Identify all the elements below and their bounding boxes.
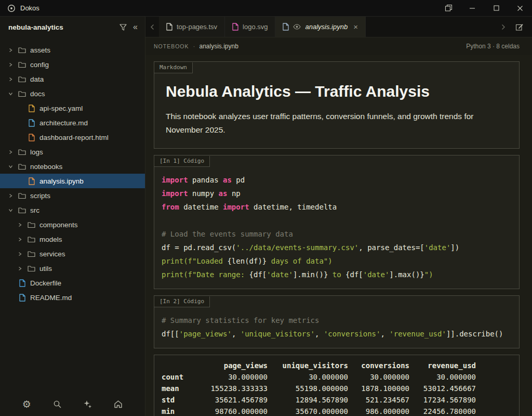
table-cell: min xyxy=(162,406,195,416)
close-tab-icon[interactable]: × xyxy=(353,23,358,31)
main-row: nebula-analytics « assetsconfigdatadocsa… xyxy=(0,17,532,416)
breadcrumb-separator: · xyxy=(193,43,195,50)
chevron-left-icon[interactable] xyxy=(145,17,159,37)
tree-item-label: docs xyxy=(30,90,45,98)
collapse-sidebar-icon[interactable]: « xyxy=(133,23,138,31)
table-header-cell: conversions xyxy=(348,360,409,371)
table-cell: 30.000000 xyxy=(409,371,476,383)
output-cell: page_viewsunique_visitorsconversionsreve… xyxy=(154,355,520,416)
table-cell: mean xyxy=(162,383,195,394)
table-cell: count xyxy=(162,371,195,383)
compose-icon[interactable] xyxy=(512,23,527,31)
tree-item-label: dashboard-report.html xyxy=(39,134,109,141)
panels-button[interactable] xyxy=(436,0,460,16)
tab-logo.svg[interactable]: logo.svg xyxy=(225,17,275,37)
tree-item-utils[interactable]: utils xyxy=(0,261,145,276)
tree-item-logs[interactable]: logs xyxy=(0,145,145,159)
tree-item-label: architecture.md xyxy=(39,119,88,127)
file-icon xyxy=(232,23,238,31)
tab-top-pages.tsv[interactable]: top-pages.tsv xyxy=(159,17,225,37)
cell-type-label: Markdown xyxy=(154,62,193,73)
code-editor[interactable]: # Summary statistics for key metricsdf[[… xyxy=(154,307,519,348)
chevron-right-icon[interactable] xyxy=(496,24,510,30)
tree-item-scripts[interactable]: scripts xyxy=(0,188,145,203)
tree-item-config[interactable]: config xyxy=(0,57,145,72)
table-cell: 30.000000 xyxy=(195,371,268,383)
file-icon xyxy=(283,23,289,31)
table-header-cell: page_views xyxy=(195,360,268,371)
folder-icon xyxy=(18,61,26,68)
table-row: count30.00000030.00000030.00000030.00000… xyxy=(162,371,476,383)
tree-item-README.md[interactable]: README.md xyxy=(0,290,145,305)
file-icon xyxy=(27,177,36,185)
table-cell: 155238.333333 xyxy=(195,383,268,394)
tree-item-label: notebooks xyxy=(30,163,62,171)
titlebar-left: Dokos xyxy=(0,4,39,12)
tree-item-src[interactable]: src xyxy=(0,203,145,217)
table-cell: 55198.000000 xyxy=(268,383,348,394)
markdown-cell[interactable]: MarkdownNebula Analytics — Traffic Analy… xyxy=(154,61,520,149)
tree-item-dashboard-report.html[interactable]: dashboard-report.html xyxy=(0,130,145,145)
app-logo-icon xyxy=(7,4,16,12)
close-button[interactable] xyxy=(508,0,532,16)
app-window: Dokos nebula-analytics « assetsconfigdat… xyxy=(0,0,532,416)
tab-label: logo.svg xyxy=(243,23,268,31)
folder-icon xyxy=(27,236,36,243)
tree-item-Dockerfile[interactable]: Dockerfile xyxy=(0,276,145,290)
filter-icon[interactable] xyxy=(119,24,127,31)
table-cell: 30.000000 xyxy=(348,371,409,383)
titlebar: Dokos xyxy=(0,0,532,17)
tabbar-spacer xyxy=(366,17,496,37)
tree-item-data[interactable]: data xyxy=(0,72,145,86)
sparkles-icon[interactable] xyxy=(79,395,97,413)
breadcrumb-file[interactable]: analysis.ipynb xyxy=(200,43,238,50)
file-tree: assetsconfigdatadocsapi-spec.yamlarchite… xyxy=(0,37,145,392)
chevron-right-icon xyxy=(7,150,14,154)
tree-item-label: utils xyxy=(39,265,52,272)
markdown-body: Nebula Analytics — Traffic AnalysisThis … xyxy=(154,73,519,148)
settings-icon[interactable]: ⚙ xyxy=(18,395,35,413)
chevron-down-icon xyxy=(7,208,14,213)
breadcrumb: NOTEBOOK · analysis.ipynb xyxy=(154,43,238,50)
chevron-right-icon xyxy=(7,193,14,198)
chevron-right-icon xyxy=(17,223,23,227)
file-icon xyxy=(166,23,172,31)
file-icon xyxy=(18,294,26,302)
tree-item-notebooks[interactable]: notebooks xyxy=(0,159,145,174)
tree-item-api-spec.yaml[interactable]: api-spec.yaml xyxy=(0,101,145,115)
tree-item-components[interactable]: components xyxy=(0,217,145,232)
tree-item-analysis.ipynb[interactable]: analysis.ipynb xyxy=(0,174,145,188)
table-cell: 35670.000000 xyxy=(268,406,348,416)
tab-analysis.ipynb[interactable]: analysis.ipynb× xyxy=(275,17,365,37)
chevron-right-icon xyxy=(7,77,14,82)
file-icon xyxy=(18,279,26,287)
tree-item-architecture.md[interactable]: architecture.md xyxy=(0,115,145,130)
tree-item-label: Dockerfile xyxy=(30,279,61,287)
chevron-right-icon xyxy=(7,62,14,67)
tree-item-services[interactable]: services xyxy=(0,246,145,261)
tabbar: top-pages.tsvlogo.svganalysis.ipynb× xyxy=(145,17,532,37)
minimize-button[interactable] xyxy=(460,0,484,16)
app-title: Dokos xyxy=(20,4,39,12)
code-cell-2[interactable]: [In 2] Código# Summary statistics for ke… xyxy=(154,295,520,348)
folder-icon xyxy=(18,207,26,214)
search-icon[interactable] xyxy=(48,395,66,413)
folder-icon xyxy=(18,90,26,97)
table-cell: 521.234567 xyxy=(348,394,409,406)
folder-icon xyxy=(27,265,36,272)
folder-icon xyxy=(18,163,26,170)
home-icon[interactable] xyxy=(110,395,127,413)
sidebar-footer: ⚙ xyxy=(0,392,145,416)
code-cell-1[interactable]: [In 1] Códigoimport pandas as pdimport n… xyxy=(154,155,520,289)
code-editor[interactable]: import pandas as pdimport numpy as npfro… xyxy=(154,167,519,289)
tree-item-models[interactable]: models xyxy=(0,232,145,246)
tree-item-docs[interactable]: docs xyxy=(0,86,145,101)
tree-item-label: src xyxy=(30,206,39,214)
tree-item-assets[interactable]: assets xyxy=(0,43,145,57)
maximize-button[interactable] xyxy=(484,0,508,16)
tree-item-label: config xyxy=(30,61,49,69)
table-cell: 12894.567890 xyxy=(268,394,348,406)
panels-icon xyxy=(445,4,453,12)
tree-item-label: assets xyxy=(30,46,50,54)
minimize-icon xyxy=(469,5,475,11)
